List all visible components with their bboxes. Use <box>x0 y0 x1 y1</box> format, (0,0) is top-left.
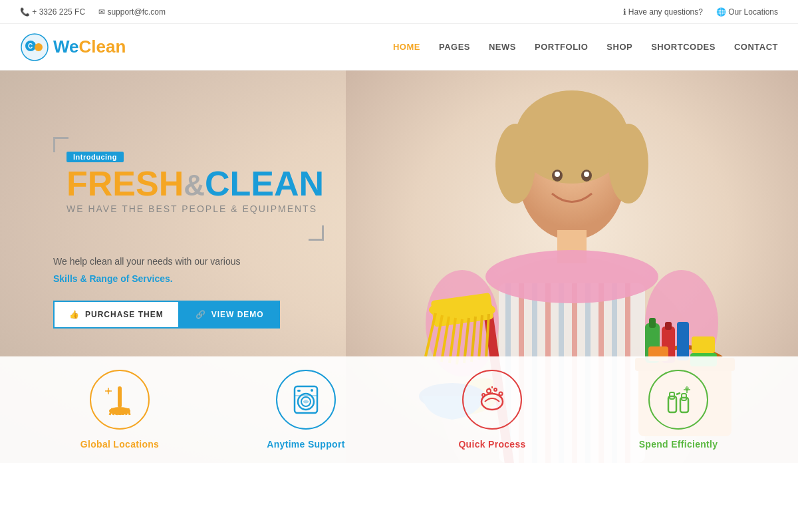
svg-line-58 <box>116 410 118 415</box>
info-icon: ℹ <box>623 7 626 17</box>
nav-pages[interactable]: PAGES <box>439 42 470 52</box>
phone-icon: 📞 <box>20 7 30 17</box>
feature-quick-process: Quick Process <box>399 370 585 450</box>
feature-icon-circle-global <box>90 370 150 430</box>
svg-rect-49 <box>665 322 672 330</box>
header: C WeClean HOME PAGES NEWS PORTFOLIO SHOP… <box>0 24 798 70</box>
top-bar: 📞 + 3326 225 FC ✉ support@fc.com ℹ Have … <box>0 0 798 24</box>
nav-portfolio[interactable]: PORTFOLIO <box>535 42 588 52</box>
logo[interactable]: C WeClean <box>20 33 126 62</box>
feature-anytime-support: Anytime Support <box>213 370 399 450</box>
hero-subtitle: WE HAVE THE BEST PEOPLE & EQUIPMENTS <box>66 203 324 214</box>
svg-point-25 <box>555 172 560 177</box>
feature-label-support: Anytime Support <box>267 439 344 450</box>
feature-label-global: Global Locations <box>80 439 159 450</box>
washing-machine-icon <box>289 383 323 416</box>
svg-line-62 <box>128 408 130 415</box>
svg-point-63 <box>107 390 110 392</box>
sponge-icon <box>475 383 509 416</box>
svg-rect-73 <box>295 395 317 396</box>
main-nav: HOME PAGES NEWS PORTFOLIO SHOP SHORTCODE… <box>393 42 778 52</box>
top-bar-left: 📞 + 3326 225 FC ✉ support@fc.com <box>20 7 166 17</box>
svg-point-78 <box>499 392 503 396</box>
svg-rect-71 <box>297 390 301 392</box>
thumbs-up-icon: 👍 <box>69 310 80 319</box>
svg-line-61 <box>126 410 126 415</box>
svg-rect-50 <box>677 322 689 360</box>
feature-spend-efficiently: Spend Efficiently <box>585 370 771 450</box>
svg-point-77 <box>482 394 485 396</box>
title-clean: CLEAN <box>205 164 324 203</box>
broom-icon <box>103 383 136 416</box>
feature-icon-circle-process <box>462 370 522 430</box>
hero-section: Introducing FRESH&CLEAN WE HAVE THE BEST… <box>0 70 798 463</box>
title-fresh: FRESH <box>66 164 184 203</box>
feature-label-spend: Spend Efficiently <box>639 439 718 450</box>
svg-point-88 <box>686 388 688 391</box>
features-strip: Global Locations Anytime Support <box>0 356 798 463</box>
intro-badge: Introducing <box>66 152 124 162</box>
svg-line-85 <box>676 393 680 394</box>
svg-rect-54 <box>118 386 122 408</box>
nav-shortcodes[interactable]: SHORTCODES <box>651 42 716 52</box>
svg-point-72 <box>311 389 313 392</box>
svg-rect-47 <box>649 318 656 328</box>
purchase-button[interactable]: 👍 PURCHASE THEM <box>53 301 180 329</box>
questions-link[interactable]: ℹ Have any questions? <box>623 7 703 17</box>
svg-point-2 <box>35 43 43 51</box>
svg-point-28 <box>485 250 658 303</box>
svg-rect-51 <box>692 336 715 353</box>
svg-line-93 <box>685 388 686 389</box>
nav-contact[interactable]: CONTACT <box>734 42 778 52</box>
hero-buttons: 👍 PURCHASE THEM 🔗 VIEW DEMO <box>53 301 324 329</box>
feature-label-process: Quick Process <box>458 439 525 450</box>
nav-home[interactable]: HOME <box>393 42 420 52</box>
svg-line-82 <box>494 388 495 390</box>
globe-icon: 🌐 <box>716 7 726 17</box>
skills-link[interactable]: Skills & Range of Services. <box>53 273 173 284</box>
logo-icon: C <box>20 33 49 62</box>
hero-title-bracket: Introducing FRESH&CLEAN WE HAVE THE BEST… <box>53 137 324 241</box>
svg-line-59 <box>120 411 120 415</box>
svg-point-26 <box>584 172 589 177</box>
title-ampersand: & <box>184 169 205 201</box>
feature-global-locations: Global Locations <box>27 370 213 450</box>
bottles-icon <box>662 383 695 416</box>
hero-content: Introducing FRESH&CLEAN WE HAVE THE BEST… <box>53 137 324 329</box>
phone-info: 📞 + 3326 225 FC <box>20 7 85 17</box>
nav-news[interactable]: NEWS <box>489 42 516 52</box>
svg-line-94 <box>688 388 690 389</box>
email-icon: ✉ <box>98 7 105 17</box>
email-info: ✉ support@fc.com <box>98 7 166 17</box>
logo-text: WeClean <box>53 37 126 57</box>
hero-title: FRESH&CLEAN <box>66 166 324 201</box>
feature-icon-circle-support <box>276 370 336 430</box>
demo-button[interactable]: 🔗 VIEW DEMO <box>180 301 280 329</box>
top-bar-right: ℹ Have any questions? 🌐 Our Locations <box>623 7 778 17</box>
locations-link[interactable]: 🌐 Our Locations <box>716 7 778 17</box>
svg-text:C: C <box>28 43 33 50</box>
nav-shop[interactable]: SHOP <box>606 42 632 52</box>
svg-point-22 <box>608 124 648 203</box>
svg-point-75 <box>487 389 491 393</box>
link-icon: 🔗 <box>196 310 206 319</box>
svg-point-21 <box>495 124 535 203</box>
feature-icon-circle-spend <box>648 370 708 430</box>
hero-description: We help clean all your needs with our va… <box>53 254 324 269</box>
